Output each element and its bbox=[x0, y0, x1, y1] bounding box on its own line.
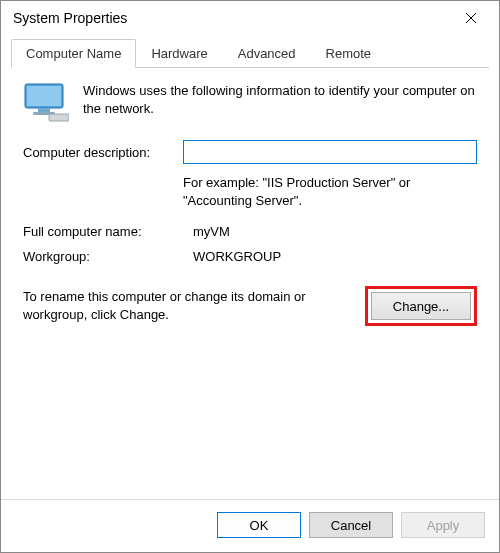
svg-rect-6 bbox=[49, 114, 69, 121]
svg-rect-3 bbox=[27, 86, 61, 106]
change-highlight: Change... bbox=[365, 286, 477, 326]
tab-strip: Computer Name Hardware Advanced Remote bbox=[1, 35, 499, 68]
description-label: Computer description: bbox=[23, 145, 183, 160]
intro-text: Windows uses the following information t… bbox=[83, 82, 477, 122]
close-button[interactable] bbox=[451, 3, 491, 33]
description-input[interactable] bbox=[183, 140, 477, 164]
ok-button[interactable]: OK bbox=[217, 512, 301, 538]
workgroup-row: Workgroup: WORKGROUP bbox=[23, 249, 477, 264]
dialog-footer: OK Cancel Apply bbox=[1, 499, 499, 552]
change-text: To rename this computer or change its do… bbox=[23, 288, 347, 324]
full-name-value: myVM bbox=[193, 224, 230, 239]
tab-advanced[interactable]: Advanced bbox=[223, 39, 311, 68]
apply-button: Apply bbox=[401, 512, 485, 538]
svg-rect-4 bbox=[38, 108, 50, 112]
tab-hardware[interactable]: Hardware bbox=[136, 39, 222, 68]
change-block: To rename this computer or change its do… bbox=[23, 286, 477, 326]
description-hint: For example: "IIS Production Server" or … bbox=[183, 174, 477, 210]
tab-remote[interactable]: Remote bbox=[311, 39, 387, 68]
workgroup-label: Workgroup: bbox=[23, 249, 193, 264]
titlebar: System Properties bbox=[1, 1, 499, 35]
workgroup-value: WORKGROUP bbox=[193, 249, 281, 264]
cancel-button[interactable]: Cancel bbox=[309, 512, 393, 538]
tab-computer-name[interactable]: Computer Name bbox=[11, 39, 136, 68]
description-row: Computer description: bbox=[23, 140, 477, 164]
full-name-row: Full computer name: myVM bbox=[23, 224, 477, 239]
change-button[interactable]: Change... bbox=[371, 292, 471, 320]
computer-icon bbox=[23, 82, 69, 122]
close-icon bbox=[465, 12, 477, 24]
full-name-label: Full computer name: bbox=[23, 224, 193, 239]
system-properties-window: System Properties Computer Name Hardware… bbox=[0, 0, 500, 553]
intro-block: Windows uses the following information t… bbox=[23, 82, 477, 122]
window-title: System Properties bbox=[13, 10, 451, 26]
tab-content: Windows uses the following information t… bbox=[1, 68, 499, 499]
